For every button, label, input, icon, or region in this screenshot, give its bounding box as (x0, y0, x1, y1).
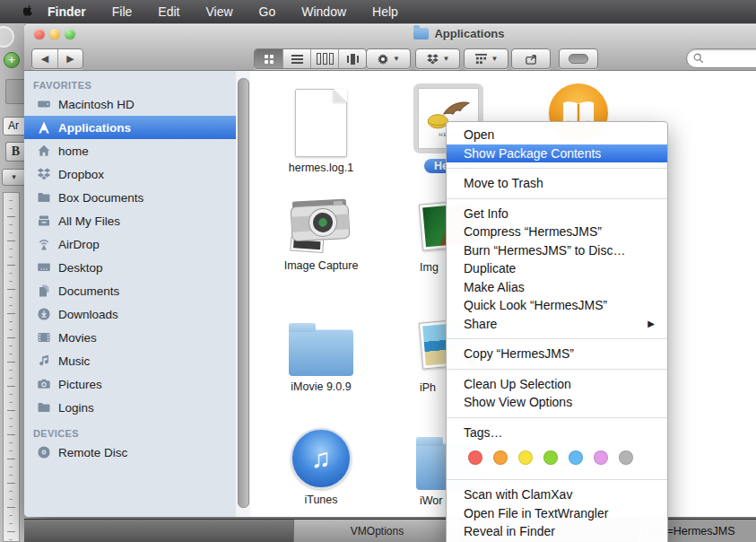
menu-item-open-file-in-textwrangler[interactable]: Open File in TextWrangler (447, 504, 667, 523)
sidebar-item-movies[interactable]: Movies (24, 326, 236, 349)
tag-orange[interactable] (493, 450, 508, 465)
menu-item-burn[interactable]: Burn “HermesJMS” to Disc… (447, 241, 667, 260)
indent-menu-button[interactable]: ▾ (2, 169, 26, 186)
menu-item-show-view-options[interactable]: Show View Options (447, 393, 667, 412)
file-label: iWor (420, 494, 442, 507)
search-field[interactable] (686, 48, 756, 68)
menu-item-show-package-contents[interactable]: Show Package Contents (447, 144, 667, 163)
apple-menu[interactable] (23, 4, 35, 19)
sidebar-item-label: Logins (58, 401, 94, 415)
sidebar-item-home[interactable]: home (24, 139, 236, 162)
menu-item-clean-up-selection[interactable]: Clean Up Selection (447, 375, 667, 394)
menu-item-share[interactable]: Share▶ (447, 315, 667, 334)
column-view-button[interactable] (310, 49, 338, 68)
tag-purple[interactable] (594, 450, 608, 465)
sidebar-item-box-documents[interactable]: Box Documents (24, 186, 236, 209)
back-button[interactable]: ◀ (32, 49, 57, 68)
menubar-item-finder[interactable]: Finder (44, 4, 90, 19)
file-label: iPh (420, 381, 436, 394)
dropdown-arrow-icon: ▼ (393, 55, 400, 63)
sidebar-item-desktop[interactable]: Desktop (24, 256, 236, 279)
sidebar-item-applications[interactable]: Applications (24, 116, 236, 139)
sidebar-item-all-my-files[interactable]: All My Files (24, 209, 236, 232)
menu-item-make-alias[interactable]: Make Alias (447, 278, 667, 297)
list-view-button[interactable] (282, 49, 310, 68)
all-my-files-icon (36, 214, 52, 228)
folder-proxy-icon[interactable] (413, 28, 429, 39)
folder-icon (36, 190, 52, 205)
icon-view-button[interactable] (255, 49, 282, 68)
file-hermes-log[interactable]: hermes.log.1 (267, 89, 375, 174)
menu-item-open[interactable]: Open (447, 126, 667, 144)
scrollbar-thumb[interactable] (238, 78, 249, 508)
sidebar-item-label: Macintosh HD (58, 98, 135, 111)
menu-item-get-info[interactable]: Get Info (447, 205, 667, 223)
menu-separator (447, 338, 667, 339)
menu-item-quick-look[interactable]: Quick Look “HermesJMS” (447, 296, 667, 315)
camera-app-icon (285, 191, 357, 261)
menu-item-copy[interactable]: Copy “HermesJMS” (447, 345, 667, 363)
sidebar-item-pictures[interactable]: Pictures (24, 372, 236, 396)
arrange-menu-button[interactable]: ▼ (464, 48, 508, 69)
sidebar-item-documents[interactable]: Documents (24, 279, 236, 302)
add-icon[interactable]: + (4, 52, 20, 68)
context-menu: Open Show Package Contents Move to Trash… (446, 121, 668, 542)
menubar-item-window[interactable]: Window (298, 4, 350, 19)
menu-separator (447, 479, 667, 480)
apple-icon (23, 4, 35, 19)
menu-item-duplicate[interactable]: Duplicate (447, 259, 667, 278)
tag-gray[interactable] (619, 450, 633, 465)
forward-button[interactable]: ▶ (57, 49, 83, 68)
tag-red[interactable] (468, 450, 482, 465)
menubar-item-help[interactable]: Help (369, 4, 402, 19)
menu-item-tags[interactable]: Tags… (447, 424, 667, 442)
menu-tag-color-row (447, 441, 667, 474)
menu-item-compress[interactable]: Compress “HermesJMS” (447, 223, 667, 241)
blue-folder-icon (289, 329, 353, 376)
coverflow-view-button[interactable] (338, 49, 366, 68)
dropbox-menu-button[interactable]: ▼ (415, 48, 460, 69)
menu-separator (447, 198, 667, 199)
menubar-item-view[interactable]: View (202, 4, 236, 19)
app-itunes[interactable]: ♫ iTunes (267, 428, 375, 506)
search-input[interactable] (704, 51, 756, 66)
action-menu-button[interactable]: ▼ (366, 48, 411, 69)
history-buttons: ◀ ▶ (31, 48, 83, 69)
file-label: Image Capture (284, 259, 359, 272)
sidebar-item-downloads[interactable]: Downloads (24, 302, 236, 326)
tag-blue[interactable] (569, 450, 583, 465)
menubar-item-edit[interactable]: Edit (154, 4, 183, 19)
tag-green[interactable] (543, 450, 558, 465)
toolbar-circle-icon (0, 26, 14, 48)
menu-item-reveal-in-finder[interactable]: Reveal in Finder (447, 522, 667, 541)
menubar-item-go[interactable]: Go (256, 4, 280, 19)
folder-imovie[interactable]: iMovie 9.0.9 (267, 315, 375, 393)
sidebar-item-label: Pictures (58, 378, 102, 391)
tag-yellow[interactable] (518, 450, 533, 465)
menu-item-move-to-trash[interactable]: Move to Trash (447, 174, 667, 193)
list-view-icon (291, 53, 303, 66)
sidebar-item-label: Desktop (58, 261, 103, 275)
sidebar-item-music[interactable]: Music (24, 349, 236, 372)
tags-pill-button[interactable] (559, 48, 598, 69)
bold-button[interactable]: B (5, 142, 25, 162)
sidebar-item-label: Movies (58, 331, 97, 345)
gear-icon (377, 53, 389, 66)
home-icon (36, 144, 52, 158)
sidebar-item-airdrop[interactable]: AirDrop (24, 232, 236, 256)
sidebar-item-macintosh-hd[interactable]: Macintosh HD (24, 92, 236, 116)
sidebar-item-logins[interactable]: Logins (24, 396, 236, 419)
menu-separator (447, 168, 667, 169)
document-tab-vmoptions[interactable]: VMOptions (293, 520, 461, 542)
pill-icon (569, 54, 588, 64)
menu-separator (447, 417, 667, 418)
app-image-capture[interactable]: Image Capture (267, 191, 375, 272)
share-button[interactable] (511, 48, 551, 69)
folder-icon (36, 400, 52, 415)
menu-item-scan-with-clamxav[interactable]: Scan with ClamXav (447, 485, 667, 504)
menubar-item-file[interactable]: File (109, 4, 136, 19)
sidebar-item-remote-disc[interactable]: Remote Disc (24, 441, 236, 464)
sidebar-item-label: Remote Disc (58, 446, 127, 459)
hard-drive-icon (36, 97, 52, 111)
sidebar-item-dropbox[interactable]: Dropbox (24, 162, 236, 186)
